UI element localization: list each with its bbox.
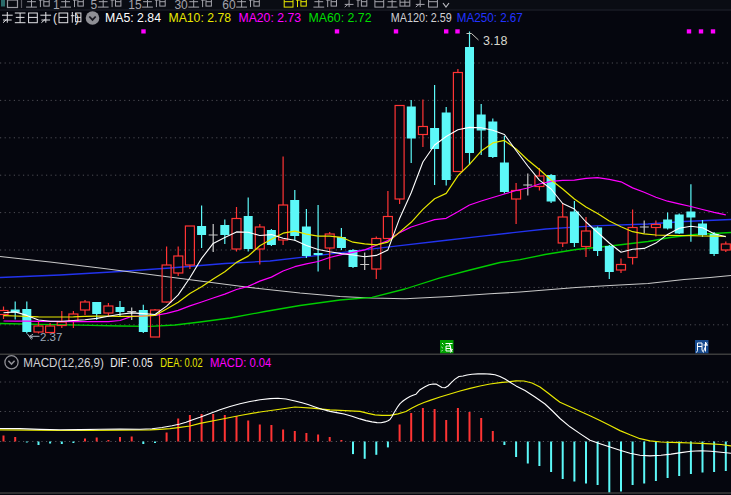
- svg-text:MA60: 2.72: MA60: 2.72: [309, 11, 372, 25]
- svg-text:MA20: 2.73: MA20: 2.73: [239, 11, 302, 25]
- svg-text:MA120: 2.59: MA120: 2.59: [391, 11, 452, 25]
- svg-text:2.37: 2.37: [40, 331, 62, 343]
- svg-text:MACD(12,26,9): MACD(12,26,9): [23, 356, 104, 370]
- svg-text:3.18: 3.18: [483, 34, 507, 48]
- svg-text:MACD: 0.04: MACD: 0.04: [210, 356, 272, 370]
- svg-text:(: (: [53, 11, 57, 25]
- svg-text:5: 5: [91, 0, 98, 12]
- svg-text:DIF: 0.05: DIF: 0.05: [110, 356, 153, 370]
- svg-text:MA10: 2.78: MA10: 2.78: [169, 11, 232, 25]
- svg-text:MA5: 2.84: MA5: 2.84: [105, 11, 161, 25]
- svg-text:MA250: 2.67: MA250: 2.67: [457, 11, 523, 25]
- svg-text:): ): [75, 11, 79, 25]
- svg-text:DEA: 0.02: DEA: 0.02: [160, 356, 203, 370]
